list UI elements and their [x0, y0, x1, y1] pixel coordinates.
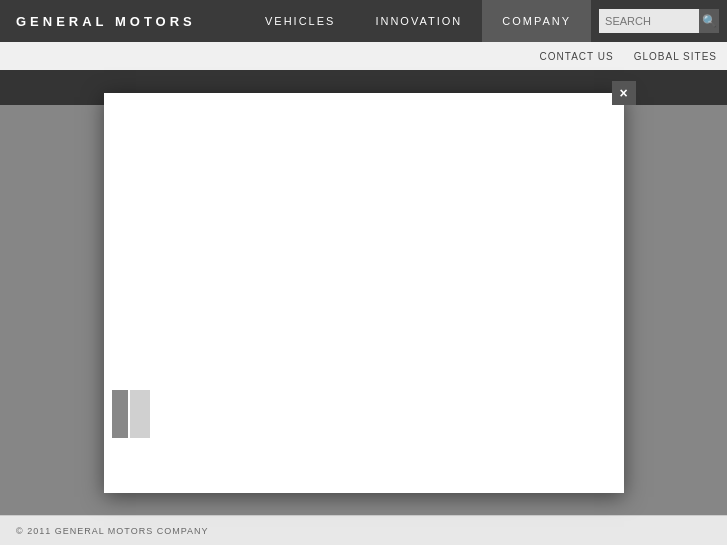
thumb-light	[130, 390, 150, 438]
modal-overlay[interactable]: ×	[0, 70, 727, 515]
modal-close-button[interactable]: ×	[612, 81, 636, 105]
modal-content-area	[104, 93, 624, 493]
footer: © 2011 GENERAL MOTORS COMPANY	[0, 515, 727, 545]
footer-text: © 2011 GENERAL MOTORS COMPANY	[16, 526, 209, 536]
global-sites-link[interactable]: GLOBAL SITES	[634, 51, 717, 62]
search-area: 🔍	[591, 0, 727, 42]
contact-us-link[interactable]: CONTACT US	[540, 51, 614, 62]
main-content: ×	[0, 70, 727, 515]
modal-dialog: ×	[104, 93, 624, 493]
nav-item-company[interactable]: COMPANY	[482, 0, 591, 42]
secondary-navigation: CONTACT US GLOBAL SITES	[0, 42, 727, 70]
logo: GENERAL MOTORS	[16, 14, 196, 29]
nav-item-vehicles[interactable]: VEHICLES	[245, 0, 355, 42]
search-button[interactable]: 🔍	[699, 9, 719, 33]
nav-items: VEHICLES INNOVATION COMPANY	[245, 0, 591, 42]
top-navigation: GENERAL MOTORS VEHICLES INNOVATION COMPA…	[0, 0, 727, 42]
thumb-dark	[112, 390, 128, 438]
search-box: 🔍	[599, 9, 719, 33]
search-input[interactable]	[599, 9, 699, 33]
modal-thumbnail	[112, 390, 150, 438]
logo-area: GENERAL MOTORS	[0, 0, 245, 42]
nav-item-innovation[interactable]: INNOVATION	[355, 0, 482, 42]
